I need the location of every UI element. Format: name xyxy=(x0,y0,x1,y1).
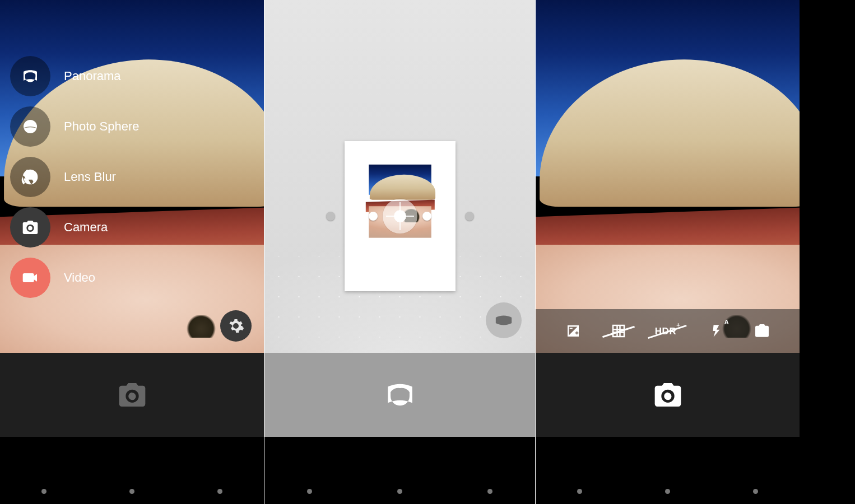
hdr-toggle-button[interactable]: HDR+ xyxy=(650,318,684,344)
stitch-dot xyxy=(326,212,335,221)
mode-lensblur[interactable]: Lens Blur xyxy=(10,157,140,197)
shutter-bar xyxy=(0,353,264,437)
panorama-type-button[interactable] xyxy=(486,302,522,338)
panorama-wide-icon xyxy=(494,311,513,330)
mode-label: Camera xyxy=(64,220,108,235)
exposure-icon xyxy=(565,323,582,339)
mode-list: Panorama Photo Sphere Lens Blur Camera xyxy=(10,56,140,298)
android-navbar xyxy=(264,437,535,504)
camera-icon xyxy=(10,207,50,248)
photosphere-icon xyxy=(10,106,50,147)
panorama-icon xyxy=(384,379,416,411)
nav-home[interactable] xyxy=(397,489,402,494)
mode-video[interactable]: Video xyxy=(10,258,140,298)
camera-icon xyxy=(117,379,148,410)
nav-home[interactable] xyxy=(665,489,670,494)
mode-label: Photo Sphere xyxy=(64,119,140,134)
videocam-icon xyxy=(10,258,50,298)
panel-camera-viewfinder: HDR+ A xyxy=(536,0,800,504)
flash-toggle-button[interactable]: A xyxy=(703,318,730,344)
android-navbar xyxy=(0,437,264,504)
mode-camera[interactable]: Camera xyxy=(10,207,140,248)
flash-auto-badge: A xyxy=(724,319,729,325)
panel-modes: Panorama Photo Sphere Lens Blur Camera xyxy=(0,0,264,504)
stitch-target xyxy=(383,199,417,234)
nav-back[interactable] xyxy=(41,489,47,494)
flash-auto-icon xyxy=(709,324,724,338)
switch-camera-icon xyxy=(753,322,771,340)
switch-camera-button[interactable] xyxy=(749,318,775,344)
grid-toggle-button[interactable] xyxy=(605,318,632,344)
nav-back[interactable] xyxy=(577,489,582,494)
nav-home[interactable] xyxy=(129,489,134,494)
exposure-button[interactable] xyxy=(560,318,587,344)
android-navbar xyxy=(536,437,800,504)
mode-panorama[interactable]: Panorama xyxy=(10,56,140,96)
nav-recents[interactable] xyxy=(487,489,492,494)
panorama-shutter-button[interactable] xyxy=(384,379,416,411)
camera-icon xyxy=(652,379,684,410)
nav-recents[interactable] xyxy=(217,489,222,494)
stitch-dot xyxy=(465,212,474,221)
nav-back[interactable] xyxy=(307,489,312,494)
shutter-bar xyxy=(264,353,535,437)
mode-label: Lens Blur xyxy=(64,170,116,184)
shutter-bar xyxy=(536,353,800,437)
panel-panorama-capture xyxy=(264,0,535,504)
mode-label: Panorama xyxy=(64,69,121,83)
mode-photosphere[interactable]: Photo Sphere xyxy=(10,106,140,147)
settings-button[interactable] xyxy=(220,310,252,342)
quick-settings-bar: HDR+ A xyxy=(536,309,800,353)
stitch-dot xyxy=(369,212,378,221)
gear-icon xyxy=(227,318,244,334)
shutter-button[interactable] xyxy=(652,379,684,410)
aperture-icon xyxy=(10,157,50,197)
panorama-icon xyxy=(10,56,50,96)
nav-recents[interactable] xyxy=(753,489,758,494)
mode-label: Video xyxy=(64,270,95,285)
stitch-dot xyxy=(422,212,431,221)
